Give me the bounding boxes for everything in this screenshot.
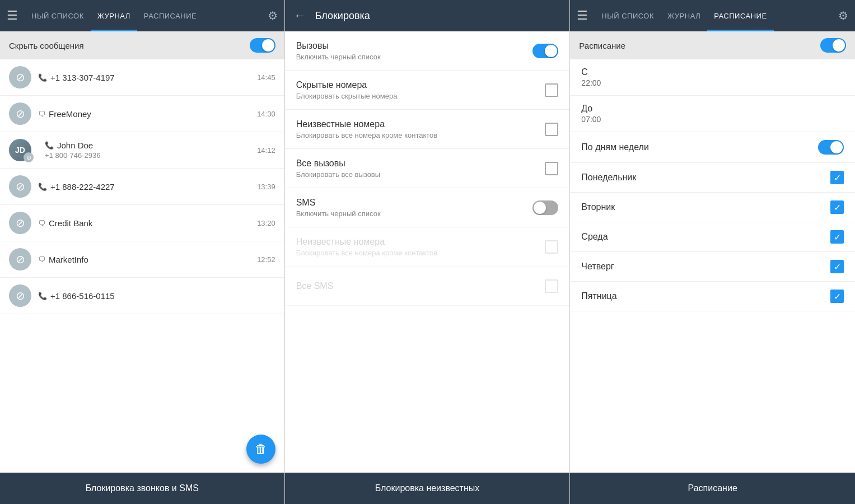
item-info: 📞 John Doe +1 800-746-2936 <box>45 141 257 160</box>
hamburger-icon[interactable]: ☰ <box>577 8 588 23</box>
calls-sub: Включить черный список <box>296 53 533 61</box>
day-row-thursday[interactable]: Четверг ✓ <box>570 252 855 282</box>
sms-toggle[interactable] <box>532 200 558 215</box>
list-item[interactable]: ⊘ 📞 +1 313-307-4197 14:45 <box>0 59 284 96</box>
setting-info: Неизвестные номера Блокировать все номер… <box>296 119 545 139</box>
panel2-content: Вызовы Включить черный список Скрытые но… <box>285 31 570 473</box>
list-item[interactable]: ⊘ 🗨 FreeMoney 14:30 <box>0 96 284 132</box>
item-time: 14:45 <box>257 73 275 82</box>
monday-checkbox[interactable]: ✓ <box>830 171 844 184</box>
thursday-checkbox[interactable]: ✓ <box>830 260 844 273</box>
calls-toggle[interactable] <box>532 44 558 58</box>
item-name: 📞 +1 866-516-0115 <box>38 291 275 301</box>
day-row-monday[interactable]: Понедельник ✓ <box>570 163 855 193</box>
item-sub: +1 800-746-2936 <box>45 151 257 160</box>
blocked-icon: ⊘ <box>9 212 31 234</box>
tuesday-checkbox[interactable]: ✓ <box>830 200 844 214</box>
day-row-friday[interactable]: Пятница ✓ <box>570 282 855 311</box>
panel1-navbar: ☰ НЫЙ СПИСОК ЖУРНАЛ РАСПИСАНИЕ ⚙ <box>0 0 284 31</box>
delete-fab[interactable]: 🗑 <box>246 435 275 464</box>
tab-schedule[interactable]: РАСПИСАНИЕ <box>137 0 203 31</box>
panel1: ☰ НЫЙ СПИСОК ЖУРНАЛ РАСПИСАНИЕ ⚙ Скрыть … <box>0 0 285 504</box>
weekdays-toggle-row[interactable]: По дням недели <box>570 132 855 163</box>
schedule-to-row[interactable]: До 07:00 <box>570 96 855 132</box>
panel2: ← Блокировка Вызовы Включить черный спис… <box>285 0 571 504</box>
item-info: 🗨 FreeMoney <box>38 109 257 119</box>
schedule-toggle-row: Расписание <box>570 31 855 59</box>
calls-toggle-row[interactable]: Вызовы Включить черный список <box>285 31 570 71</box>
gear-icon[interactable]: ⚙ <box>268 9 278 22</box>
day-label: Понедельник <box>581 172 830 183</box>
sms-toggle-row[interactable]: SMS Включить черный список <box>285 188 570 227</box>
item-info: 📞 +1 313-307-4197 <box>38 73 257 82</box>
list-item[interactable]: ⊘ 🗨 Credit Bank 13:20 <box>0 205 284 241</box>
panel3: ☰ НЫЙ СПИСОК ЖУРНАЛ РАСПИСАНИЕ ⚙ Расписа… <box>570 0 855 504</box>
day-label: Пятница <box>581 291 830 301</box>
unknown-numbers-row[interactable]: Неизвестные номера Блокировать все номер… <box>285 110 570 149</box>
schedule-to-info: До 07:00 <box>581 104 844 124</box>
sms-title: SMS <box>296 198 533 208</box>
item-time: 14:12 <box>257 146 275 155</box>
item-time: 13:20 <box>257 219 275 227</box>
phone-icon: 📞 <box>38 73 47 82</box>
panel1-bottom-tab: Блокировка звонков и SMS <box>0 473 284 504</box>
setting-info: Все вызовы Блокировать все вызовы <box>296 158 545 179</box>
friday-checkbox[interactable]: ✓ <box>830 290 844 303</box>
panel2-bottom-tab: Блокировка неизвестных <box>285 473 570 504</box>
panel3-navbar: ☰ НЫЙ СПИСОК ЖУРНАЛ РАСПИСАНИЕ ⚙ <box>570 0 855 31</box>
panel2-title: Блокировка <box>315 10 370 22</box>
item-time: 14:30 <box>257 110 275 118</box>
blocked-icon: ⊘ <box>9 175 31 198</box>
all-calls-row[interactable]: Все вызовы Блокировать все вызовы <box>285 149 570 188</box>
setting-info: Все SMS <box>296 281 545 291</box>
unknown-numbers-sub: Блокировать все номера кроме контактов <box>296 131 545 139</box>
panel3-nav-tabs: НЫЙ СПИСОК ЖУРНАЛ РАСПИСАНИЕ <box>595 0 834 31</box>
item-info: 🗨 MarketInfo <box>38 255 257 264</box>
setting-info: Скрытые номера Блокировать скрытые номер… <box>296 80 545 100</box>
wednesday-checkbox[interactable]: ✓ <box>830 230 844 244</box>
unknown-numbers-title: Неизвестные номера <box>296 119 545 129</box>
back-button[interactable]: ← <box>294 8 306 23</box>
list-item[interactable]: JD ⊘ 📞 John Doe +1 800-746-2936 14:12 <box>0 132 284 169</box>
tab-journal[interactable]: ЖУРНАЛ <box>91 0 137 31</box>
unknown-sms-row: Неизвестные номера Блокировать все номер… <box>285 227 570 267</box>
weekdays-info: По дням недели <box>581 142 818 152</box>
all-calls-title: Все вызовы <box>296 158 545 169</box>
weekdays-toggle[interactable] <box>818 140 844 155</box>
gear-icon[interactable]: ⚙ <box>838 9 848 22</box>
schedule-toggle[interactable] <box>820 38 846 53</box>
unknown-numbers-checkbox[interactable] <box>545 123 558 136</box>
tab-schedule[interactable]: РАСПИСАНИЕ <box>707 0 773 31</box>
all-calls-checkbox[interactable] <box>545 162 558 175</box>
blocked-overlay-icon: ⊘ <box>24 152 34 162</box>
hidden-numbers-sub: Блокировать скрытые номера <box>296 92 545 100</box>
day-label: Среда <box>581 232 830 242</box>
all-calls-sub: Блокировать все вызовы <box>296 170 545 179</box>
tab-journal[interactable]: ЖУРНАЛ <box>661 0 707 31</box>
item-name: 📞 +1 313-307-4197 <box>38 73 257 82</box>
blocked-icon: ⊘ <box>9 248 31 270</box>
sms-sub: Включить черный список <box>296 209 533 218</box>
day-row-wednesday[interactable]: Среда ✓ <box>570 222 855 252</box>
phone-icon: 📞 <box>45 141 54 150</box>
list-item[interactable]: ⊘ 📞 +1 888-222-4227 13:39 <box>0 169 284 205</box>
tab-list[interactable]: НЫЙ СПИСОК <box>25 0 91 31</box>
weekdays-label: По дням недели <box>581 142 818 152</box>
hamburger-icon[interactable]: ☰ <box>7 8 18 23</box>
list-item[interactable]: ⊘ 🗨 MarketInfo 12:52 <box>0 241 284 278</box>
hide-messages-toggle[interactable] <box>250 38 275 53</box>
hidden-numbers-row[interactable]: Скрытые номера Блокировать скрытые номер… <box>285 71 570 110</box>
hide-messages-label: Скрыть сообщения <box>9 41 84 50</box>
day-row-tuesday[interactable]: Вторник ✓ <box>570 193 855 222</box>
tab-list[interactable]: НЫЙ СПИСОК <box>595 0 661 31</box>
item-name: 🗨 FreeMoney <box>38 109 257 119</box>
schedule-label: Расписание <box>579 41 625 50</box>
item-time: 13:39 <box>257 183 275 191</box>
unknown-sms-title: Неизвестные номера <box>296 237 545 247</box>
hidden-numbers-checkbox[interactable] <box>545 83 558 97</box>
sms-icon: 🗨 <box>38 255 45 264</box>
list-item[interactable]: ⊘ 📞 +1 866-516-0115 <box>0 278 284 314</box>
hide-messages-toggle-row: Скрыть сообщения <box>0 31 284 59</box>
schedule-from-row[interactable]: С 22:00 <box>570 59 855 96</box>
setting-info: SMS Включить черный список <box>296 198 533 218</box>
